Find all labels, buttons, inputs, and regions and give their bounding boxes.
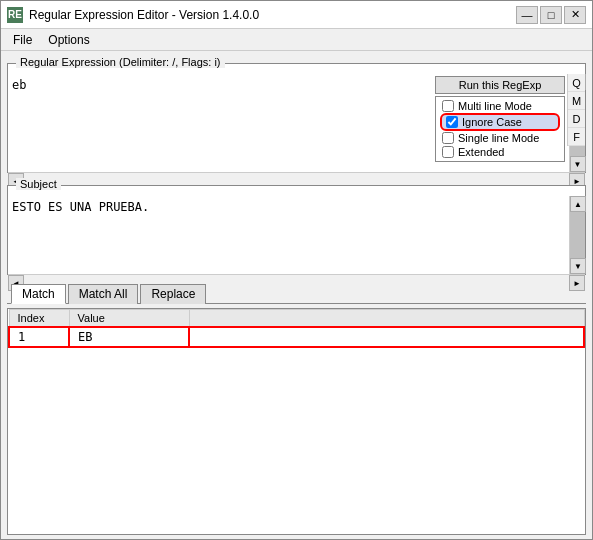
- right-panel: Run this RegExp Multi line Mode Ignore C…: [435, 76, 565, 162]
- regex-section-label: Regular Expression (Delimiter: /, Flags:…: [16, 56, 225, 68]
- flag-ignorecase[interactable]: Ignore Case: [440, 113, 560, 131]
- tab-replace[interactable]: Replace: [140, 284, 206, 304]
- col-value: Value: [69, 310, 189, 328]
- content-area: Regular Expression (Delimiter: /, Flags:…: [1, 51, 592, 539]
- flag-ignorecase-checkbox[interactable]: [446, 116, 458, 128]
- flag-extended-label: Extended: [458, 146, 504, 158]
- flag-singleline-checkbox[interactable]: [442, 132, 454, 144]
- result-extra-1: [189, 327, 584, 347]
- maximize-button[interactable]: □: [540, 6, 562, 24]
- minimize-button[interactable]: —: [516, 6, 538, 24]
- side-F[interactable]: F: [568, 128, 585, 146]
- table-row: 1 EB: [9, 327, 584, 347]
- close-button[interactable]: ✕: [564, 6, 586, 24]
- side-letters: Q M D F: [567, 74, 585, 146]
- flag-singleline-label: Single line Mode: [458, 132, 539, 144]
- flag-extended-checkbox[interactable]: [442, 146, 454, 158]
- col-index: Index: [9, 310, 69, 328]
- col-extra: [189, 310, 584, 328]
- flag-singleline[interactable]: Single line Mode: [440, 131, 560, 145]
- regex-scroll-down[interactable]: ▼: [570, 156, 586, 172]
- subject-scroll-up[interactable]: ▲: [570, 196, 586, 212]
- menu-bar: File Options: [1, 29, 592, 51]
- subject-scroll-down[interactable]: ▼: [570, 258, 586, 274]
- results-tbody: 1 EB: [9, 327, 584, 347]
- results-section: Index Value 1 EB: [7, 308, 586, 535]
- side-D[interactable]: D: [568, 110, 585, 128]
- subject-scroll-thumb[interactable]: [570, 212, 585, 258]
- flag-ignorecase-label: Ignore Case: [462, 116, 522, 128]
- window-controls: — □ ✕: [516, 6, 586, 24]
- subject-inner: ESTO ES UNA PRUEBA. ▲ ▼: [8, 196, 585, 274]
- tab-match[interactable]: Match: [11, 284, 66, 304]
- side-Q[interactable]: Q: [568, 74, 585, 92]
- results-thead: Index Value: [9, 310, 584, 328]
- flag-multiline-label: Multi line Mode: [458, 100, 532, 112]
- subject-section-label: Subject: [16, 178, 61, 190]
- regex-inner: eb ▲ ▼ Run this RegExp Multi line: [8, 74, 585, 172]
- main-window: RE Regular Expression Editor - Version 1…: [0, 0, 593, 540]
- subject-input[interactable]: ESTO ES UNA PRUEBA.: [8, 196, 569, 274]
- results-header-row: Index Value: [9, 310, 584, 328]
- flag-multiline-checkbox[interactable]: [442, 100, 454, 112]
- tab-match-all[interactable]: Match All: [68, 284, 139, 304]
- menu-file[interactable]: File: [5, 32, 40, 48]
- flags-panel: Multi line Mode Ignore Case Single line …: [435, 96, 565, 162]
- app-icon: RE: [7, 7, 23, 23]
- window-title: Regular Expression Editor - Version 1.4.…: [29, 8, 516, 22]
- side-M[interactable]: M: [568, 92, 585, 110]
- flag-extended[interactable]: Extended: [440, 145, 560, 159]
- result-value-1: EB: [69, 327, 189, 347]
- regex-section: Regular Expression (Delimiter: /, Flags:…: [7, 63, 586, 173]
- flag-multiline[interactable]: Multi line Mode: [440, 99, 560, 113]
- results-table: Index Value 1 EB: [8, 309, 585, 348]
- result-index-1: 1: [9, 327, 69, 347]
- subject-vscrollbar[interactable]: ▲ ▼: [569, 196, 585, 274]
- subject-section: Subject ESTO ES UNA PRUEBA. ▲ ▼ ◄ ►: [7, 185, 586, 275]
- table-wrapper: Index Value 1 EB: [8, 309, 585, 534]
- run-button[interactable]: Run this RegExp: [435, 76, 565, 94]
- menu-options[interactable]: Options: [40, 32, 97, 48]
- subject-hscroll-right[interactable]: ►: [569, 275, 585, 291]
- title-bar: RE Regular Expression Editor - Version 1…: [1, 1, 592, 29]
